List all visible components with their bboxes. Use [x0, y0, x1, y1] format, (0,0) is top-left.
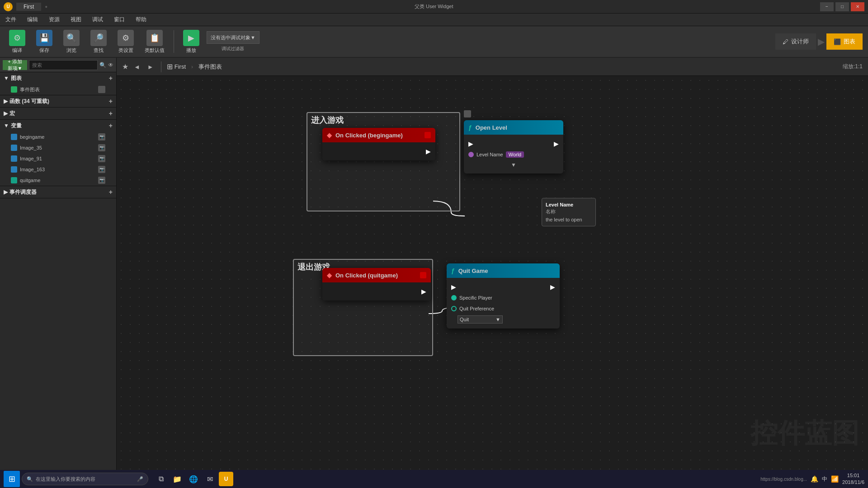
- specific-player-label: Specific Player: [459, 295, 492, 300]
- add-dispatcher-icon[interactable]: +: [109, 188, 113, 196]
- node-open-level[interactable]: ƒ Open Level ▶ ▶ Level Name: [464, 120, 563, 174]
- var-item-quitgame[interactable]: quitgame 📷: [0, 175, 116, 186]
- class-defaults-button[interactable]: 📋 类默认值: [141, 28, 168, 56]
- var-badge: 📷: [98, 177, 105, 184]
- var-label-image35: Image_35: [20, 145, 42, 150]
- section-header-graph[interactable]: ▼ 图表 +: [0, 72, 116, 84]
- designer-button[interactable]: 🖊 设计师: [775, 33, 816, 50]
- node-header-open-level: ƒ Open Level: [464, 120, 563, 135]
- clock-time: 15:01: [842, 472, 864, 479]
- add-new-button[interactable]: + 添加新项▼: [3, 60, 27, 70]
- panel-search-input[interactable]: [29, 60, 98, 70]
- add-graph-icon[interactable]: +: [109, 75, 113, 82]
- browser-icon[interactable]: 🌐: [186, 472, 201, 486]
- node-close-icon[interactable]: [420, 272, 426, 278]
- menu-view[interactable]: 视图: [69, 15, 83, 24]
- collapse-icon: ▼: [4, 75, 9, 81]
- network-icon[interactable]: 📶: [831, 475, 839, 483]
- search-button[interactable]: 🔎 查找: [87, 28, 110, 56]
- node-close-icon[interactable]: [425, 132, 431, 138]
- add-function-icon[interactable]: +: [109, 98, 113, 105]
- level-name-value[interactable]: World: [506, 151, 524, 158]
- panel-toolbar: + 添加新项▼ 🔍 👁: [0, 58, 116, 72]
- search-icon[interactable]: 🔍: [99, 62, 106, 68]
- node-on-clicked-quit[interactable]: ◆ On Clicked (quitgame) ▶: [322, 268, 431, 300]
- forward-button[interactable]: ►: [146, 62, 156, 71]
- menu-help[interactable]: 帮助: [134, 15, 148, 24]
- menu-debug[interactable]: 调试: [90, 15, 105, 24]
- expand-row: ▼: [464, 160, 563, 170]
- section-header-functions[interactable]: ▶ 函数 (34 可重载) +: [0, 95, 116, 107]
- node-overlay-icon: [464, 110, 471, 117]
- system-clock[interactable]: 15:01 2018/11/6: [842, 472, 864, 486]
- var-item-image91[interactable]: Image_91 📷: [0, 153, 116, 164]
- back-button[interactable]: ◄: [132, 62, 142, 71]
- sidebar-item-event-graph[interactable]: 事件图表: [0, 84, 116, 95]
- play-button[interactable]: ▶ 播放: [179, 28, 203, 56]
- var-item-begingame[interactable]: begingame 📷: [0, 131, 116, 142]
- view-options-icon[interactable]: 👁: [108, 62, 113, 68]
- section-header-macros[interactable]: ▶ 宏 +: [0, 108, 116, 119]
- taskview-button[interactable]: ⧉: [154, 472, 168, 486]
- taskbar-icons: ⧉ 📁 🌐 ✉ U: [154, 472, 233, 486]
- quit-pref-label: Quit Preference: [459, 306, 494, 311]
- graph-button[interactable]: ⬛ 图表: [826, 33, 863, 50]
- designer-icon: 🖊: [783, 38, 788, 45]
- tab-name[interactable]: First: [16, 3, 41, 11]
- ue4-icon[interactable]: U: [219, 472, 233, 486]
- expand-icon[interactable]: ▼: [511, 162, 516, 168]
- url-hint: https://blog.csdn.blog...: [760, 477, 807, 482]
- title-bar: U First ● 父类 User Widget − □ ✕: [0, 0, 868, 14]
- canvas-area[interactable]: 进入游戏 退出游戏 ◆ On Clicked (begingame) ▶: [117, 76, 868, 470]
- menu-edit[interactable]: 编辑: [25, 15, 40, 24]
- quit-pref-pin: [451, 306, 457, 311]
- graph-icon: ⬛: [834, 38, 841, 45]
- func-icon: ƒ: [468, 124, 472, 131]
- node-body-open-level: ▶ ▶ Level Name World ▼: [464, 135, 563, 174]
- add-macro-icon[interactable]: +: [109, 110, 113, 117]
- explorer-icon[interactable]: 📁: [170, 472, 184, 486]
- favorite-star[interactable]: ★: [122, 62, 128, 71]
- node-on-clicked-begin[interactable]: ◆ On Clicked (begingame) ▶: [322, 128, 435, 160]
- save-icon: 💾: [36, 30, 52, 46]
- bc-separator-line: [161, 61, 161, 72]
- close-button[interactable]: ✕: [851, 2, 864, 11]
- monitor-icon: [464, 110, 471, 117]
- minimize-button[interactable]: −: [820, 2, 834, 11]
- add-variable-icon[interactable]: +: [109, 122, 113, 129]
- mail-icon[interactable]: ✉: [203, 472, 217, 486]
- node-header-quit: ◆ On Clicked (quitgame): [322, 268, 431, 282]
- comment-enter-game[interactable]: 进入游戏: [307, 112, 460, 211]
- notification-icon[interactable]: 🔔: [811, 475, 818, 483]
- class-settings-button[interactable]: ⚙ 类设置: [114, 28, 137, 56]
- node-body-begin: ▶: [322, 142, 435, 160]
- exec-out-group: ▶: [554, 140, 559, 147]
- designer-graph-toggle: 🖊 设计师 ▶ ⬛ 图表: [775, 33, 863, 50]
- debug-target-select[interactable]: 没有选中调试对象▼: [207, 31, 259, 44]
- menu-file[interactable]: 文件: [4, 15, 18, 24]
- exec-out-arrow: ▶: [426, 148, 431, 155]
- menu-assets[interactable]: 资源: [47, 15, 61, 24]
- quit-dropdown[interactable]: Quit ▼: [458, 315, 503, 324]
- browse-button[interactable]: 🔍 浏览: [60, 28, 83, 56]
- breadcrumb-first-label: First: [175, 63, 186, 70]
- ime-icon[interactable]: 中: [822, 475, 827, 483]
- start-button[interactable]: ⊞: [4, 471, 20, 487]
- window-controls[interactable]: − □ ✕: [820, 2, 864, 11]
- var-badge: 📷: [98, 166, 105, 173]
- taskbar-search[interactable]: 🔍 在这里输入你要搜索的内容 🎤: [22, 473, 148, 485]
- compile-button[interactable]: ⚙ 编译: [5, 28, 29, 56]
- breadcrumb-item-event-graph[interactable]: 事件图表: [198, 63, 222, 71]
- var-item-image35[interactable]: Image_35 📷: [0, 142, 116, 153]
- save-button[interactable]: 💾 保存: [33, 28, 56, 56]
- breadcrumb-item-first[interactable]: ⊞ First: [167, 62, 186, 71]
- node-header-quit-game: ƒ Quit Game: [447, 263, 560, 278]
- section-header-variables[interactable]: ▼ 变量 +: [0, 120, 116, 131]
- var-icon-image35: [11, 145, 17, 151]
- menu-window[interactable]: 窗口: [112, 15, 127, 24]
- maximize-button[interactable]: □: [835, 2, 849, 11]
- var-icon-image163: [11, 166, 17, 173]
- node-quit-game[interactable]: ƒ Quit Game ▶ ▶ Specific Player: [447, 263, 560, 328]
- var-item-image163[interactable]: Image_163 📷: [0, 164, 116, 175]
- section-header-dispatchers[interactable]: ▶ 事件调度器 +: [0, 186, 116, 198]
